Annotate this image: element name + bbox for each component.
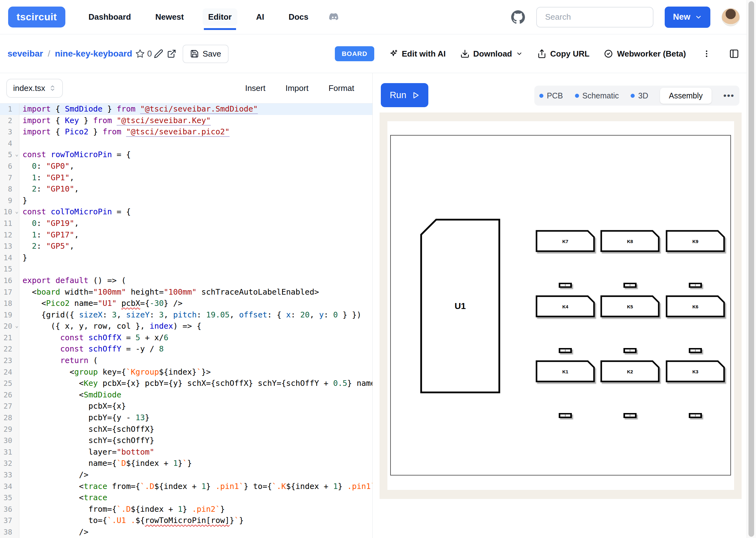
code-line[interactable]: 23 return (	[0, 355, 373, 366]
file-selector[interactable]: index.tsx	[6, 79, 63, 98]
code-line[interactable]: 20⌄ ({ x, y, row, col }, index) => {	[0, 321, 373, 332]
code-line[interactable]: 1import { SmdDiode } from "@tsci/seveiba…	[0, 103, 373, 115]
code-line[interactable]: 4	[0, 138, 373, 149]
assembly-canvas[interactable]: U1 K7K8K9K4K5K6K1K2K3	[379, 113, 742, 499]
code-line[interactable]: 38 />	[0, 526, 373, 538]
code-line[interactable]: 28 pcbY={y - 13}	[0, 412, 373, 424]
code-line[interactable]: 6 0: "GP0",	[0, 161, 373, 172]
code-line[interactable]: 21 const schOffX = 5 + x/6	[0, 332, 373, 344]
code-line[interactable]: 26 <SmdDiode	[0, 389, 373, 401]
code-line[interactable]: 32 name={`D${index + 1}`}	[0, 458, 373, 469]
user-avatar[interactable]	[722, 8, 740, 26]
code-line[interactable]: 30 schY={schOffY}	[0, 435, 373, 447]
code-line[interactable]: 3import { Pico2 } from "@tsci/seveibar.p…	[0, 126, 373, 138]
nav-item-docs[interactable]: Docs	[283, 8, 314, 26]
key-k6[interactable]: K6	[667, 296, 724, 316]
diode-footprint[interactable]	[559, 413, 572, 418]
save-button[interactable]: Save	[183, 45, 229, 63]
file-name: index.tsx	[13, 83, 45, 93]
code-line[interactable]: 33 />	[0, 469, 373, 481]
code-line[interactable]: 34 <trace from={`.D${index + 1} .pin1`} …	[0, 481, 373, 492]
code-line[interactable]: 16export default () => (	[0, 275, 373, 287]
code-line[interactable]: 36 from={`.D${index + 1} .pin2`}	[0, 504, 373, 515]
nav-item-newest[interactable]: Newest	[150, 8, 190, 26]
nav-item-ai[interactable]: AI	[251, 8, 270, 26]
code-line[interactable]: 8 2: "GP10",	[0, 184, 373, 195]
discord-icon[interactable]	[327, 10, 341, 24]
code-line[interactable]: 9}	[0, 195, 373, 206]
key-k8[interactable]: K8	[601, 231, 659, 251]
search-input[interactable]	[536, 7, 654, 27]
menu-import[interactable]: Import	[285, 83, 309, 93]
code-line[interactable]: 10⌄const colToMicroPin = {	[0, 206, 373, 218]
code-line[interactable]: 37 to={`.U1 .${rowToMicroPin[row]}`}	[0, 515, 373, 526]
code-line[interactable]: 13 2: "GP5",	[0, 241, 373, 252]
diode-footprint[interactable]	[689, 348, 702, 353]
new-button[interactable]: New	[665, 7, 710, 28]
key-k9[interactable]: K9	[667, 231, 724, 251]
nav-item-dashboard[interactable]: Dashboard	[83, 8, 137, 26]
menu-format[interactable]: Format	[328, 83, 354, 93]
edit-with-ai-button[interactable]: Edit with AI	[389, 49, 446, 59]
run-button[interactable]: Run	[381, 83, 428, 107]
fold-toggle-icon[interactable]: ⌄	[15, 320, 19, 332]
star-count-group[interactable]: 0	[135, 49, 152, 59]
code-line[interactable]: 2import { Key } from "@tsci/seveibar.Key…	[0, 115, 373, 127]
key-k5[interactable]: K5	[601, 296, 659, 316]
code-line[interactable]: 35 <trace	[0, 492, 373, 504]
nav-item-editor[interactable]: Editor	[203, 8, 237, 26]
code-line[interactable]: 15	[0, 263, 373, 275]
board-badge[interactable]: BOARD	[335, 46, 374, 61]
code-line[interactable]: 27 pcbX={x}	[0, 401, 373, 412]
tabs-more-button[interactable]: •••	[724, 90, 734, 101]
breadcrumb-project-link[interactable]: nine-key-keyboard	[55, 49, 132, 59]
diode-footprint[interactable]	[623, 283, 637, 288]
copy-url-button[interactable]: Copy URL	[537, 49, 590, 59]
key-k2[interactable]: K2	[601, 361, 659, 382]
rename-button[interactable]	[152, 47, 165, 60]
menu-insert[interactable]: Insert	[245, 83, 265, 93]
chevron-down-icon	[695, 14, 702, 21]
key-k1[interactable]: K1	[537, 361, 594, 382]
code-line[interactable]: 7 1: "GP1",	[0, 172, 373, 184]
scrollbar-thumb[interactable]	[748, 1, 754, 537]
webworker-button[interactable]: Webworker (Beta)	[604, 49, 686, 59]
code-line[interactable]: 29 schX={schOffX}	[0, 424, 373, 435]
code-line[interactable]: 24 <group key={`Kgroup${index}`}>	[0, 366, 373, 378]
tscircuit-logo[interactable]: tscircuit	[8, 7, 65, 27]
diode-footprint[interactable]	[623, 348, 637, 353]
code-line[interactable]: 18 <Pico2 name="U1" pcbX={-30} />	[0, 298, 373, 309]
key-k7[interactable]: K7	[537, 231, 594, 251]
code-line[interactable]: 5⌄const rowToMicroPin = {	[0, 149, 373, 161]
fold-toggle-icon[interactable]: ⌄	[15, 206, 19, 217]
diode-footprint[interactable]	[559, 283, 572, 288]
code-line[interactable]: 31 layer="bottom"	[0, 447, 373, 458]
code-line[interactable]: 25 <Key pcbX={x} pcbY={y} schX={schOffX}…	[0, 378, 373, 389]
page-scrollbar[interactable]	[747, 0, 756, 538]
tab-schematic[interactable]: Schematic	[575, 91, 619, 100]
code-line[interactable]: 17 <board width="100mm" height="100mm" s…	[0, 287, 373, 298]
diode-footprint[interactable]	[689, 283, 702, 288]
key-k3[interactable]: K3	[667, 361, 724, 382]
key-k4[interactable]: K4	[537, 296, 594, 316]
download-button[interactable]: Download	[460, 49, 523, 59]
diode-footprint[interactable]	[623, 413, 637, 418]
toggle-panel-button[interactable]	[727, 47, 741, 61]
code-line[interactable]: 19 {grid({ sizeX: 3, sizeY: 3, pitch: 19…	[0, 309, 373, 321]
diode-footprint[interactable]	[689, 413, 702, 418]
code-line[interactable]: 12 1: "GP17",	[0, 229, 373, 241]
code-lines[interactable]: 1import { SmdDiode } from "@tsci/seveiba…	[0, 103, 373, 538]
github-icon[interactable]	[511, 10, 525, 24]
code-line[interactable]: 22 const schOffY = -y / 8	[0, 343, 373, 355]
tab-pcb[interactable]: PCB	[539, 91, 563, 100]
u1-component[interactable]: U1	[421, 220, 499, 393]
tab-assembly[interactable]: Assembly	[660, 88, 711, 104]
code-line[interactable]: 11 0: "GP19",	[0, 218, 373, 229]
diode-footprint[interactable]	[559, 348, 572, 353]
tab-3d[interactable]: 3D	[631, 91, 648, 100]
breadcrumb-user-link[interactable]: seveibar	[8, 49, 43, 59]
fold-toggle-icon[interactable]: ⌄	[15, 148, 19, 160]
open-external-button[interactable]	[165, 47, 178, 60]
code-line[interactable]: 14}	[0, 252, 373, 264]
more-menu-button[interactable]	[700, 47, 713, 60]
